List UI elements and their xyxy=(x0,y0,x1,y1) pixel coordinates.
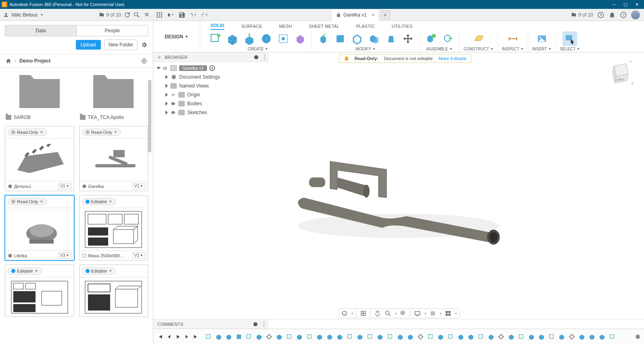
folder-card[interactable]: SAROB xyxy=(5,72,74,122)
as-built-joint-icon[interactable] xyxy=(441,31,455,46)
tree-item[interactable]: Document Settings xyxy=(153,73,269,81)
search-icon[interactable] xyxy=(133,11,140,19)
status-badge[interactable]: Editable▼ xyxy=(82,267,116,275)
timeline-feature-sketch-icon[interactable] xyxy=(345,332,354,341)
ribbon-tab-utilities[interactable]: UTILITIES xyxy=(392,24,412,30)
ribbon-tab-solid[interactable]: SOLID xyxy=(211,23,224,30)
revolve-icon[interactable] xyxy=(259,31,274,46)
tree-item[interactable]: Sketches xyxy=(153,108,269,117)
timeline-feature-box-icon[interactable] xyxy=(396,332,405,341)
timeline-feature-box-icon[interactable] xyxy=(224,332,233,341)
group-label-construct[interactable]: CONSTRUCT▼ xyxy=(464,47,493,51)
zoom-icon[interactable] xyxy=(385,310,392,317)
select-icon[interactable] xyxy=(562,31,577,46)
measure-icon[interactable] xyxy=(506,31,520,46)
bell-icon[interactable] xyxy=(608,11,616,19)
timeline-feature-box-icon[interactable] xyxy=(325,332,334,341)
timeline-feature-sketch-icon[interactable] xyxy=(517,332,526,341)
timeline-play-icon[interactable] xyxy=(174,333,182,340)
timeline-settings-icon[interactable] xyxy=(634,334,641,340)
timeline-feature-box-icon[interactable] xyxy=(527,332,536,341)
clock-icon[interactable] xyxy=(597,11,604,19)
grid-icon[interactable] xyxy=(156,11,163,19)
combine-icon[interactable] xyxy=(367,31,381,46)
timeline-feature-box-icon[interactable] xyxy=(598,332,606,341)
version-badge[interactable]: V1▼ xyxy=(132,252,145,259)
ribbon-tab-sheet-metal[interactable]: SHEET METAL xyxy=(309,24,339,30)
version-badge[interactable]: V1▼ xyxy=(132,183,145,189)
timeline-feature-move-icon[interactable] xyxy=(567,332,576,341)
undo-icon[interactable]: ▼ xyxy=(190,11,197,19)
document-tab[interactable]: Garelka v1 × xyxy=(331,9,379,21)
timeline-feature-sketch-icon[interactable] xyxy=(386,332,395,341)
job-status-right[interactable]: 9 of 10 xyxy=(571,12,593,18)
visibility-icon[interactable] xyxy=(162,65,168,71)
status-badge[interactable]: Read-Only▼ xyxy=(8,129,47,136)
fillet-icon[interactable] xyxy=(333,31,347,46)
timeline-feature-box-icon[interactable] xyxy=(255,332,263,341)
pan-icon[interactable] xyxy=(374,310,381,317)
viewport-layout-icon[interactable] xyxy=(445,310,452,317)
tree-item[interactable]: Named Views xyxy=(153,81,269,90)
status-badge[interactable]: Editable▼ xyxy=(8,267,42,275)
timeline-feature-box-icon[interactable] xyxy=(315,332,324,341)
visibility-off-icon[interactable] xyxy=(170,92,176,98)
expand-icon[interactable] xyxy=(157,67,161,69)
design-card[interactable]: Editable▼ xyxy=(79,265,148,317)
timeline-feature-box-icon[interactable] xyxy=(214,332,223,341)
timeline-feature-move-icon[interactable] xyxy=(416,332,425,341)
timeline-feature-move-icon[interactable] xyxy=(497,332,506,341)
tab-data[interactable]: Data xyxy=(5,25,77,36)
design-card[interactable]: Read-Only▼ Деталь1V1▼ xyxy=(5,126,74,191)
group-label-assemble[interactable]: ASSEMBLE▼ xyxy=(427,47,453,51)
status-badge[interactable]: Read-Only▼ xyxy=(82,129,121,136)
timeline-feature-box-icon[interactable] xyxy=(406,332,415,341)
timeline-next-icon[interactable] xyxy=(183,333,190,340)
window-close-icon[interactable]: ✕ xyxy=(631,0,642,8)
timeline-feature-box-icon[interactable] xyxy=(376,332,385,341)
timeline-feature-box-icon[interactable] xyxy=(577,332,586,341)
timeline-feature-sketch-icon[interactable] xyxy=(305,332,314,341)
timeline-feature-fillet-icon[interactable] xyxy=(234,332,243,341)
folder-card[interactable]: TKA_TCA Apollo xyxy=(79,72,148,122)
timeline-feature-sketch-icon[interactable] xyxy=(477,332,485,341)
status-badge[interactable]: Read-Only▼ xyxy=(8,198,47,205)
construct-plane-icon[interactable] xyxy=(471,31,486,46)
expand-icon[interactable] xyxy=(165,102,168,106)
browser-pin-icon[interactable] xyxy=(254,55,258,59)
timeline-feature-box-icon[interactable] xyxy=(557,332,566,341)
refresh-icon[interactable] xyxy=(123,11,131,19)
status-badge[interactable]: Editable▼ xyxy=(82,198,116,205)
group-label-insert[interactable]: INSERT▼ xyxy=(532,47,551,51)
scrollbar[interactable] xyxy=(148,68,152,344)
design-card[interactable]: Editable▼ Masa 2500x900…V1▼ xyxy=(79,195,148,261)
document-tab-close-icon[interactable]: × xyxy=(372,13,376,17)
job-status-left[interactable]: 9 of 10 xyxy=(99,12,121,18)
look-at-icon[interactable] xyxy=(360,310,367,317)
timeline-feature-box-icon[interactable] xyxy=(487,332,496,341)
save-icon[interactable] xyxy=(178,11,186,19)
group-label-create[interactable]: CREATE▼ xyxy=(248,47,268,51)
timeline-feature-sketch-icon[interactable] xyxy=(204,332,213,341)
tree-root[interactable]: Garelka v1 xyxy=(153,64,269,73)
workspace-switcher[interactable]: DESIGN▼ xyxy=(153,21,200,52)
timeline-feature-box-icon[interactable] xyxy=(456,332,465,341)
extrude-icon[interactable] xyxy=(242,31,257,46)
avatar[interactable] xyxy=(631,10,640,19)
new-folder-button[interactable]: New Folder xyxy=(104,40,138,50)
user-dropdown-caret-icon[interactable]: ▼ xyxy=(40,13,44,17)
help-icon[interactable]: ? xyxy=(620,11,627,19)
sketch-icon[interactable] xyxy=(208,31,223,46)
display-settings-icon[interactable] xyxy=(414,310,421,317)
canvas[interactable]: BROWSER Garelka v1 Document Settings Nam… xyxy=(153,52,644,344)
insert-image-icon[interactable] xyxy=(535,31,549,46)
hole-icon[interactable] xyxy=(276,31,291,46)
design-card[interactable]: Read-Only▼ LiteikaV3▼ xyxy=(5,195,74,261)
timeline-feature-box-icon[interactable] xyxy=(537,332,546,341)
expand-icon[interactable] xyxy=(165,93,168,97)
shell-icon[interactable] xyxy=(350,31,364,46)
version-badge[interactable]: V1▼ xyxy=(58,183,71,189)
new-tab-button[interactable]: + xyxy=(381,10,390,19)
expand-icon[interactable] xyxy=(165,110,168,115)
expand-icon[interactable] xyxy=(165,75,168,79)
